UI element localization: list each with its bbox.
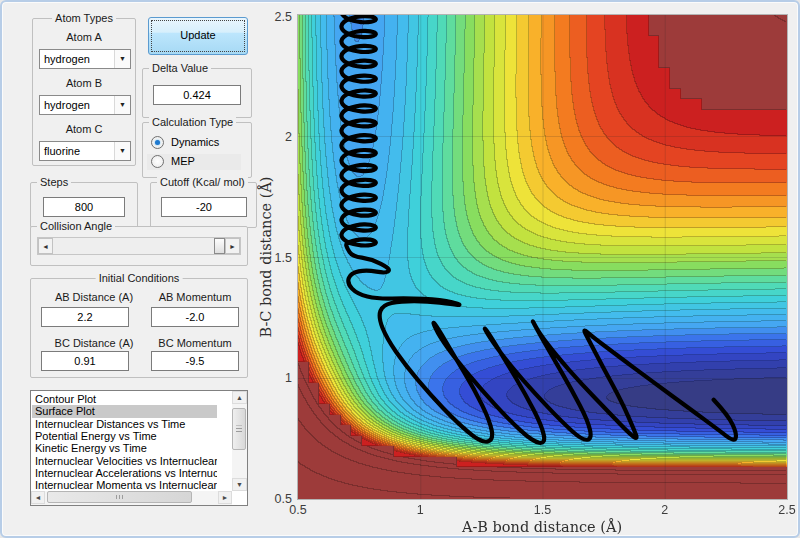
- vertical-scrollbar[interactable]: ▲ ▼: [232, 391, 247, 491]
- atom-c-dropdown[interactable]: fluorine ▼: [39, 141, 131, 161]
- list-item[interactable]: Internuclear Momenta vs Internuclear Dis…: [32, 479, 217, 491]
- slider-right-arrow[interactable]: ►: [225, 238, 240, 254]
- panel-title: Calculation Type: [149, 116, 236, 128]
- chevron-down-icon: ▼: [114, 142, 130, 160]
- atom-c-label: Atom C: [33, 123, 135, 135]
- panel-title: Initial Conditions: [96, 272, 183, 284]
- plot-type-listbox: Contour Plot Surface Plot Internuclear D…: [30, 390, 248, 506]
- list-item[interactable]: Internuclear Distances vs Time: [32, 418, 217, 430]
- radio-dynamics-label: Dynamics: [171, 136, 219, 148]
- scroll-right-button[interactable]: ►: [218, 491, 232, 504]
- y-tick: 2: [260, 130, 292, 144]
- x-axis-label: A-B bond distance (Å): [462, 519, 622, 535]
- collision-angle-panel: Collision Angle ◄ ►: [30, 226, 248, 266]
- vertical-scroll-thumb[interactable]: [232, 408, 246, 450]
- y-axis-label: B-C bond distance (Å): [258, 176, 274, 337]
- radio-unselected-icon: [151, 155, 164, 168]
- bc-distance-input[interactable]: 0.91: [41, 351, 129, 371]
- scroll-up-button[interactable]: ▲: [232, 391, 247, 404]
- slider-thumb[interactable]: [214, 238, 225, 254]
- radio-selected-icon: [151, 136, 164, 149]
- thumb-grip-icon: [116, 495, 124, 499]
- chevron-down-icon: ▼: [114, 96, 130, 114]
- x-tick: 1: [417, 503, 424, 517]
- delta-value-panel: Delta Value 0.424: [142, 68, 252, 118]
- x-tick: 2.5: [778, 503, 795, 517]
- atom-c-value: fluorine: [44, 145, 80, 157]
- app-window: 0.5 1 1.5 2 2.5 0.5 1 1.5 2 2.5 A-B bond…: [0, 0, 800, 538]
- bc-distance-label: BC Distance (A): [41, 337, 147, 349]
- cutoff-panel: Cutoff (Kcal/ mol) -20: [150, 182, 257, 228]
- atom-a-label: Atom A: [33, 31, 135, 43]
- ab-momentum-label: AB Momentum: [149, 291, 241, 303]
- bc-momentum-input[interactable]: -9.5: [151, 351, 239, 371]
- right-arrow-icon: ►: [229, 243, 236, 250]
- scroll-left-button[interactable]: ◄: [31, 491, 45, 504]
- y-tick: 0.5: [260, 492, 292, 506]
- chevron-down-icon: ▼: [114, 50, 130, 68]
- y-tick: 2.5: [260, 10, 292, 24]
- x-tick: 1.5: [534, 503, 551, 517]
- panel-title: Collision Angle: [37, 220, 115, 232]
- radio-mep[interactable]: MEP: [151, 154, 247, 170]
- list-item[interactable]: Internuclear Velocities vs Internuclear …: [32, 455, 217, 467]
- list-item[interactable]: Internuclear Accelerations vs Internucle…: [32, 467, 217, 479]
- scroll-down-button[interactable]: ▼: [232, 478, 247, 491]
- collision-angle-slider[interactable]: ◄ ►: [37, 237, 241, 255]
- panel-title: Cutoff (Kcal/ mol): [157, 176, 248, 188]
- delta-value-input[interactable]: 0.424: [153, 85, 241, 105]
- panel-title: Steps: [37, 176, 71, 188]
- horizontal-scroll-thumb[interactable]: [47, 491, 192, 503]
- atom-a-dropdown[interactable]: hydrogen ▼: [39, 49, 131, 69]
- cutoff-input[interactable]: -20: [161, 197, 247, 217]
- radio-mep-label: MEP: [171, 155, 195, 167]
- atom-types-panel: Atom Types Atom A hydrogen ▼ Atom B hydr…: [32, 18, 136, 166]
- update-button[interactable]: Update: [148, 17, 248, 55]
- list-item[interactable]: Kinetic Energy vs Time: [32, 442, 217, 454]
- initial-conditions-panel: Initial Conditions AB Distance (A) AB Mo…: [30, 278, 248, 378]
- steps-input[interactable]: 800: [43, 197, 125, 217]
- x-tick: 2: [661, 503, 668, 517]
- panel-title: Atom Types: [52, 12, 116, 24]
- horizontal-scrollbar[interactable]: ◄ ►: [31, 491, 232, 505]
- calculation-type-panel: Calculation Type Dynamics MEP: [142, 122, 252, 178]
- down-arrow-icon: ▼: [236, 481, 243, 488]
- atom-b-value: hydrogen: [44, 99, 90, 111]
- atom-b-label: Atom B: [33, 77, 135, 89]
- list-item[interactable]: Potential Energy vs Time: [32, 430, 217, 442]
- ab-distance-label: AB Distance (A): [41, 291, 147, 303]
- contour-plot-canvas[interactable]: [298, 15, 787, 499]
- ab-distance-input[interactable]: 2.2: [41, 307, 129, 327]
- bc-momentum-label: BC Momentum: [149, 337, 241, 349]
- y-tick: 1: [260, 371, 292, 385]
- left-arrow-icon: ◄: [42, 243, 49, 250]
- atom-a-value: hydrogen: [44, 53, 90, 65]
- slider-left-arrow[interactable]: ◄: [38, 238, 53, 254]
- ab-momentum-input[interactable]: -2.0: [151, 307, 239, 327]
- list-item[interactable]: Contour Plot: [32, 393, 217, 405]
- up-arrow-icon: ▲: [236, 394, 243, 401]
- panel-title: Delta Value: [149, 62, 211, 74]
- thumb-grip-icon: [236, 426, 242, 433]
- radio-dynamics[interactable]: Dynamics: [151, 135, 247, 151]
- list-item-selected[interactable]: Surface Plot: [32, 405, 217, 417]
- left-arrow-icon: ◄: [35, 494, 42, 501]
- right-arrow-icon: ►: [222, 494, 229, 501]
- atom-b-dropdown[interactable]: hydrogen ▼: [39, 95, 131, 115]
